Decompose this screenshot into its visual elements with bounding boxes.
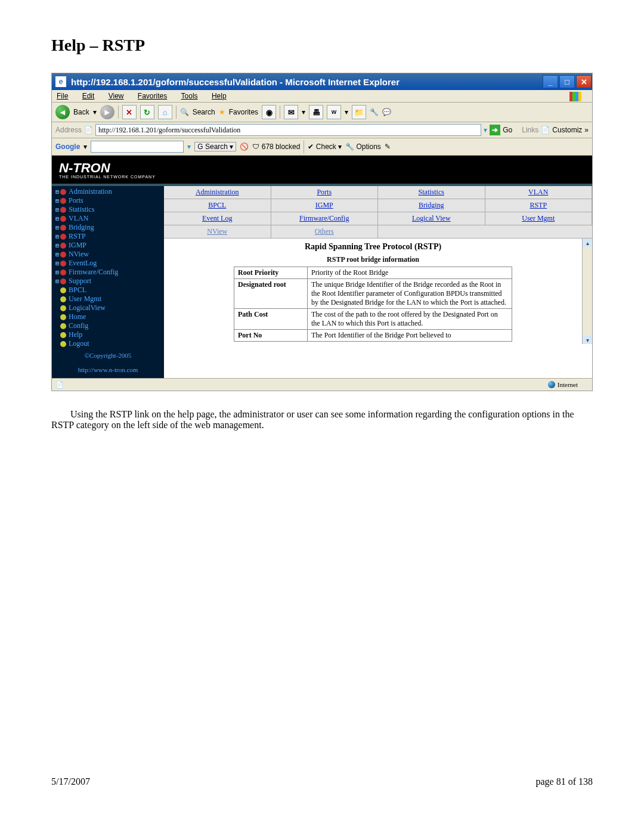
scroll-down-icon[interactable]: ▾ [583,336,592,344]
tree-item[interactable]: ⊞NView [52,250,164,259]
folder-button[interactable]: 📁 [352,105,366,119]
menu-help[interactable]: Help [212,92,233,100]
minimize-button[interactable]: _ [543,75,558,88]
print-button[interactable]: 🖶 [309,105,323,119]
red-bullet-icon [60,261,66,267]
forward-button[interactable]: ► [100,105,114,119]
ntron-brand-bar: N-TRON THE INDUSTRIAL NETWORK COMPANY [52,156,592,186]
search-label[interactable]: Search [193,108,215,116]
go-label[interactable]: Go [503,126,512,134]
tab-bridging[interactable]: Bridging [378,199,485,212]
tab-vlan[interactable]: VLAN [485,186,593,199]
tab-igmp[interactable]: IGMP [271,199,379,212]
vertical-scrollbar[interactable]: ▴ ▾ [582,239,592,344]
favorites-icon[interactable]: ★ [219,108,225,116]
menu-file[interactable]: File [57,92,74,100]
tool-extra2-icon[interactable]: 💬 [382,108,391,116]
expand-icon[interactable]: ⊞ [54,269,60,275]
tree-item[interactable]: ⊞VLAN [52,214,164,223]
expand-icon[interactable]: ⊞ [54,188,60,195]
check-button[interactable]: ✔ Check ▾ [308,143,342,151]
content-panel: Rapid Spanning Tree Protocol (RSTP) RSTP… [164,239,582,344]
link-page-icon[interactable]: 📄 [541,126,550,134]
refresh-button[interactable]: ↻ [140,105,154,119]
links-label[interactable]: Links [522,126,538,134]
google-search-button[interactable]: G Search ▾ [194,142,236,151]
address-input[interactable] [95,124,481,136]
tree-item[interactable]: Home [52,312,164,321]
home-button[interactable]: ⌂ [158,105,172,119]
back-button[interactable]: ◄ [55,105,70,119]
table-row: Root PriorityPriority of the Root Bridge [234,267,512,279]
favorites-label[interactable]: Favorites [229,108,258,116]
tab-ports[interactable]: Ports [271,186,379,199]
tree-item[interactable]: ⊞Bridging [52,223,164,232]
expand-icon[interactable]: ⊞ [54,251,60,258]
tab-rstp[interactable]: RSTP [485,199,593,212]
customize-label[interactable]: Customiz [552,126,582,134]
tree-item[interactable]: ⊞Ports [52,196,164,205]
expand-icon[interactable]: ⊞ [54,206,60,213]
vendor-url[interactable]: http://www.n-tron.com [52,363,164,377]
google-search-input[interactable] [91,141,184,153]
tab-event-log[interactable]: Event Log [164,212,271,225]
toolbar-overflow-icon[interactable]: » [584,126,589,134]
expand-icon[interactable]: ⊞ [54,260,60,267]
tab-logical-view[interactable]: Logical View [378,212,485,225]
tree-item[interactable]: Help [52,330,164,339]
tab-bpcl[interactable]: BPCL [164,199,271,212]
tab-nview[interactable]: NView [164,225,271,238]
windows-flag-icon [569,92,581,101]
google-dropdown-icon[interactable]: ▾ [187,143,191,151]
tree-item[interactable]: ⊞IGMP [52,241,164,250]
edit-button[interactable]: W [327,105,341,119]
tab-firmware-config[interactable]: Firmware/Config [271,212,379,225]
stop-button[interactable]: ✕ [122,105,137,119]
panel-subtitle: RSTP root bridge information [170,255,576,264]
tab-user-mgmt[interactable]: User Mgmt [485,212,593,225]
scroll-up-icon[interactable]: ▴ [583,239,592,247]
expand-icon[interactable]: ⊞ [54,242,60,249]
red-bullet-icon [60,225,66,231]
tree-item[interactable]: User Mgmt [52,295,164,304]
history-button[interactable]: ◉ [262,105,276,119]
tree-item[interactable]: BPCL [52,286,164,295]
popup-icon[interactable]: 🚫 [240,143,249,151]
mail-button[interactable]: ✉ [284,105,298,119]
close-button[interactable]: ✕ [576,75,592,88]
tree-item[interactable]: ⊞Firmware/Config [52,268,164,277]
tab-others[interactable]: Others [271,225,379,238]
address-dropdown-icon[interactable]: ▾ [484,126,487,134]
red-bullet-icon [60,252,66,258]
back-label[interactable]: Back [73,108,89,116]
more-icon[interactable]: ✎ [385,143,391,151]
menu-view[interactable]: View [109,92,130,100]
tree-item[interactable]: Config [52,321,164,330]
menu-edit[interactable]: Edit [82,92,101,100]
expand-icon[interactable]: ⊞ [54,197,60,204]
menu-favorites[interactable]: Favorites [138,92,173,100]
go-button[interactable]: ➔ [490,125,500,135]
blocked-count[interactable]: 🛡 678 blocked [252,143,300,151]
tree-item[interactable]: LogicalView [52,304,164,312]
menu-tools[interactable]: Tools [181,92,204,100]
tree-item[interactable]: ⊞Support [52,277,164,286]
tree-item[interactable]: ⊞RSTP [52,232,164,241]
expand-icon[interactable]: ⊞ [54,278,60,284]
nav-tree: ⊞Administration⊞Ports⊞Statistics⊞VLAN⊞Br… [52,186,164,378]
tool-extra1-icon[interactable]: 🔧 [370,108,379,116]
tree-item[interactable]: ⊞Administration [52,187,164,196]
tree-item[interactable]: Logout [52,339,164,348]
red-bullet-icon [60,270,66,275]
tab-statistics[interactable]: Statistics [378,186,485,199]
expand-icon[interactable]: ⊞ [54,233,60,240]
expand-icon[interactable]: ⊞ [54,215,60,222]
search-icon[interactable]: 🔍 [180,108,189,116]
maximize-button[interactable]: □ [559,75,575,88]
options-button[interactable]: 🔧 Options [345,143,381,151]
expand-icon[interactable]: ⊞ [54,224,60,231]
tree-item[interactable]: ⊞Statistics [52,205,164,214]
tree-item[interactable]: ⊞EventLog [52,259,164,268]
red-bullet-icon [60,234,66,240]
tab-administration[interactable]: Administration [164,186,271,199]
